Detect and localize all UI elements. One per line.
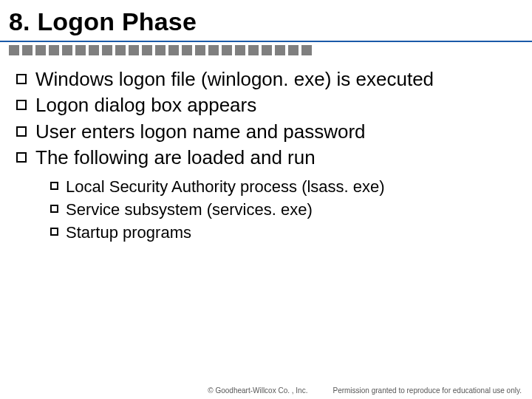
slide-footer: © Goodheart-Willcox Co. , Inc. Permissio… — [0, 386, 532, 395]
square-bullet-icon — [16, 100, 27, 110]
list-item-text: Local Security Authority process (lsass.… — [66, 176, 385, 197]
decorative-square-row — [0, 42, 532, 55]
slide-title: 8. Logon Phase — [0, 0, 532, 42]
list-item: User enters logon name and password — [9, 120, 523, 144]
list-item-text: The following are loaded and run — [35, 146, 316, 170]
square-bullet-icon — [16, 74, 27, 84]
square-bullet-icon — [16, 152, 27, 163]
list-item: The following are loaded and run — [9, 146, 523, 170]
list-item: Startup programs — [9, 222, 523, 243]
sub-bullet-list: Local Security Authority process (lsass.… — [9, 176, 523, 243]
square-bullet-icon — [50, 205, 58, 213]
list-item-text: Logon dialog box appears — [35, 93, 256, 117]
square-bullet-icon — [50, 182, 58, 190]
square-bullet-icon — [16, 126, 27, 137]
copyright-text: © Goodheart-Willcox Co. , Inc. — [208, 386, 307, 395]
list-item: Windows logon file (winlogon. exe) is ex… — [9, 67, 523, 92]
square-bullet-icon — [50, 228, 58, 236]
main-bullet-list: Windows logon file (winlogon. exe) is ex… — [9, 67, 523, 170]
list-item-text: Windows logon file (winlogon. exe) is ex… — [35, 67, 434, 92]
list-item-text: User enters logon name and password — [35, 120, 366, 144]
list-item: Service subsystem (services. exe) — [9, 199, 523, 220]
list-item-text: Service subsystem (services. exe) — [66, 199, 313, 220]
list-item-text: Startup programs — [66, 222, 191, 243]
permission-text: Permission granted to reproduce for educ… — [332, 386, 522, 395]
list-item: Local Security Authority process (lsass.… — [9, 176, 523, 197]
list-item: Logon dialog box appears — [9, 93, 523, 117]
slide-body: Windows logon file (winlogon. exe) is ex… — [0, 55, 532, 243]
